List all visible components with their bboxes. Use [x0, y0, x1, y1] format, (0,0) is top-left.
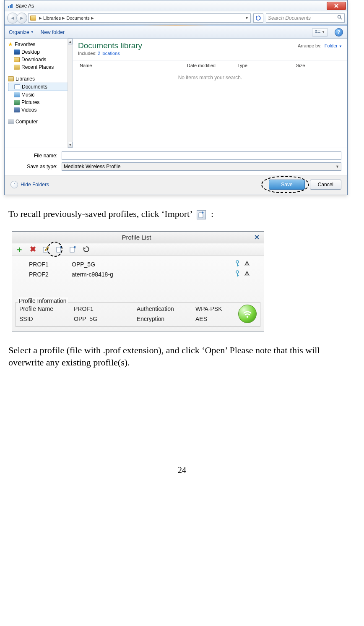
- profile-information: Profile Information Profile Name PROF1 A…: [16, 302, 260, 327]
- document-icon: [14, 84, 20, 89]
- libraries-icon: [8, 76, 14, 81]
- svg-rect-5: [315, 30, 317, 31]
- profile-info-legend: Profile Information: [18, 297, 68, 304]
- tree-favorites[interactable]: ★Favorites: [8, 40, 73, 48]
- titlebar: Save As: [5, 0, 347, 11]
- tree-item-pictures[interactable]: Pictures: [8, 99, 73, 106]
- chevron-right-icon: ▶: [39, 16, 42, 20]
- desktop-icon: [14, 50, 20, 55]
- svg-rect-2: [11, 4, 13, 8]
- import-profile-button[interactable]: [56, 245, 63, 253]
- empty-message: No items match your search.: [78, 75, 342, 81]
- scroll-up-icon[interactable]: ▲: [68, 39, 73, 44]
- delete-profile-button[interactable]: ✖: [29, 245, 36, 253]
- nav-tree: ★Favorites Desktop Downloads Recent Plac…: [5, 39, 73, 148]
- key-icon: [234, 270, 240, 278]
- new-folder-button[interactable]: New folder: [41, 29, 65, 35]
- instruction-text-2: Select a profile (file with .prof extens…: [8, 344, 356, 369]
- tree-libraries[interactable]: Libraries: [8, 75, 73, 83]
- tree-item-downloads[interactable]: Downloads: [8, 56, 73, 63]
- folder-icon: [14, 57, 20, 62]
- profile-row[interactable]: PROF1 OPP_5G: [17, 259, 259, 269]
- tree-item-videos[interactable]: Videos: [8, 106, 73, 114]
- view-options-button[interactable]: ▼: [312, 28, 328, 37]
- tree-item-music[interactable]: Music: [8, 91, 73, 99]
- music-icon: [14, 92, 20, 97]
- folder-icon: [30, 16, 36, 21]
- signal-icon: [244, 270, 250, 278]
- recent-icon: [14, 65, 20, 70]
- profile-row[interactable]: PROF2 aterm-c98418-g: [17, 269, 259, 279]
- column-headers[interactable]: Name Date modified Type Size: [78, 60, 342, 70]
- profile-toolbar: ＋ ✖: [12, 243, 264, 256]
- arrange-by[interactable]: Arrange by: Folder ▼: [298, 43, 342, 48]
- info-value: AES: [195, 316, 231, 322]
- col-size[interactable]: Size: [296, 63, 330, 68]
- page-number: 24: [4, 465, 360, 475]
- file-list-pane: Documents library Includes: 2 locations …: [73, 39, 347, 148]
- search-input[interactable]: Search Documents: [266, 13, 345, 23]
- svg-rect-17: [237, 265, 239, 266]
- tree-item-recent[interactable]: Recent Places: [8, 63, 73, 71]
- svg-rect-21: [237, 275, 239, 276]
- info-value: OPP_5G: [74, 316, 137, 322]
- cancel-button[interactable]: Cancel: [310, 180, 341, 190]
- save-button[interactable]: Save: [269, 180, 304, 190]
- scrollbar[interactable]: ▲ ▼: [68, 39, 73, 148]
- refresh-button[interactable]: [253, 13, 263, 23]
- col-date[interactable]: Date modified: [187, 63, 237, 68]
- col-type[interactable]: Type: [237, 63, 296, 68]
- breadcrumb-segment[interactable]: Libraries: [43, 16, 61, 21]
- import-icon: [197, 210, 206, 219]
- save-as-type-select[interactable]: Mediatek Wireless Profile ▼: [62, 162, 341, 171]
- tree-item-documents[interactable]: Documents: [8, 83, 70, 91]
- add-profile-button[interactable]: ＋: [16, 245, 23, 253]
- search-placeholder: Search Documents: [268, 15, 311, 21]
- help-button[interactable]: ?: [335, 28, 343, 37]
- tree-item-desktop[interactable]: Desktop: [8, 48, 73, 56]
- info-label: Encryption: [137, 316, 195, 322]
- info-label: Profile Name: [19, 305, 74, 312]
- chevron-down-icon: ▼: [322, 30, 325, 34]
- chevron-down-icon[interactable]: ▼: [245, 16, 249, 20]
- profile-list-panel: Profile List ✕ ＋ ✖: [12, 231, 264, 331]
- videos-icon: [14, 107, 20, 112]
- profile-panel-title: Profile List: [21, 234, 252, 241]
- info-value: WPA-PSK: [195, 305, 231, 312]
- col-name[interactable]: Name: [78, 63, 187, 68]
- info-label: Authentication: [137, 305, 195, 312]
- close-button[interactable]: [327, 2, 346, 10]
- refresh-button[interactable]: [83, 245, 90, 253]
- organize-menu[interactable]: Organize ▼: [9, 29, 34, 35]
- pictures-icon: [14, 100, 20, 105]
- save-as-dialog: Save As ◄ ► ▶ Libraries ▶ Documents ▶ ▼: [4, 0, 348, 195]
- svg-rect-1: [10, 5, 11, 8]
- breadcrumb[interactable]: ▶ Libraries ▶ Documents ▶ ▼: [28, 13, 251, 23]
- chevron-right-icon: ▶: [91, 16, 94, 20]
- info-value: PROF1: [74, 305, 137, 312]
- file-name-input[interactable]: [62, 151, 341, 160]
- svg-line-4: [341, 18, 342, 19]
- close-icon[interactable]: ✕: [252, 233, 261, 241]
- svg-point-3: [338, 15, 341, 18]
- breadcrumb-segment[interactable]: Documents: [66, 16, 90, 21]
- svg-rect-8: [317, 32, 320, 33]
- info-label: SSID: [19, 316, 74, 322]
- chevron-down-icon: ▼: [31, 30, 34, 34]
- computer-icon: [8, 119, 14, 124]
- locations-link[interactable]: 2 locations: [98, 51, 120, 56]
- hide-folders-toggle[interactable]: ˄ Hide Folders: [10, 181, 49, 188]
- tree-computer[interactable]: Computer: [8, 118, 73, 125]
- navbar: ◄ ► ▶ Libraries ▶ Documents ▶ ▼ Search D…: [5, 11, 347, 25]
- edit-profile-button[interactable]: [42, 245, 50, 253]
- svg-point-23: [247, 316, 248, 317]
- scroll-down-icon[interactable]: ▼: [68, 142, 73, 148]
- instruction-text-1: To recall previously-saved profiles, cli…: [8, 208, 356, 220]
- profile-name: PROF2: [17, 271, 72, 278]
- svg-rect-7: [317, 31, 320, 31]
- library-subtitle: Includes: 2 locations: [78, 51, 342, 56]
- star-icon: ★: [8, 41, 13, 47]
- forward-button[interactable]: ►: [16, 13, 27, 23]
- profile-ssid: OPP_5G: [72, 261, 234, 268]
- export-profile-button[interactable]: [69, 245, 77, 253]
